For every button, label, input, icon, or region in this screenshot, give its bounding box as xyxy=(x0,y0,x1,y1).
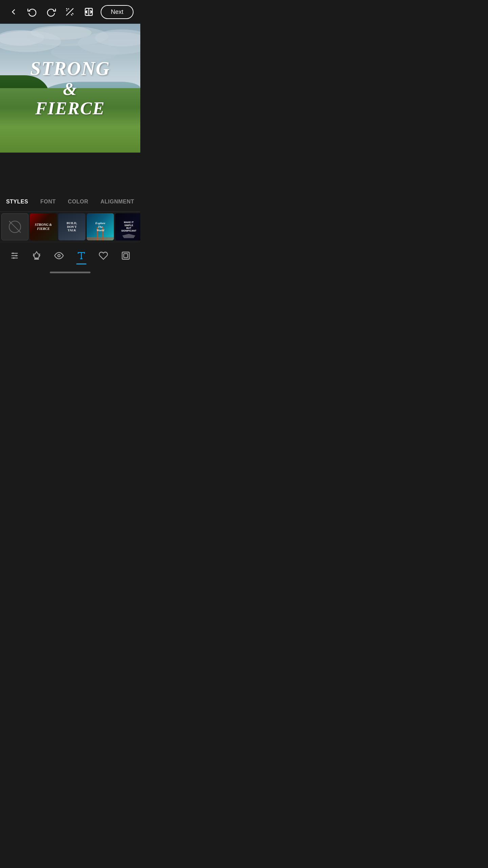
thumb-explore-world-label: ExploreTheWorld xyxy=(95,221,105,232)
visibility-tool[interactable] xyxy=(50,248,68,263)
none-icon xyxy=(9,221,21,233)
home-bar xyxy=(50,272,90,273)
svg-point-21 xyxy=(12,252,14,254)
sticker-tool[interactable] xyxy=(95,248,112,263)
style-thumb-explore-world[interactable]: ExploreTheWorld xyxy=(87,213,114,240)
style-thumb-none[interactable] xyxy=(1,213,28,240)
thumb-make-it-simple-label: MAKE ITSIMPLEBUTSIGNIFICANT xyxy=(121,221,137,233)
svg-point-25 xyxy=(58,254,60,257)
compare-button[interactable] xyxy=(82,5,96,19)
thumb-build-dont-talk-label: BUILD,DON'TTALK xyxy=(67,221,77,232)
style-thumbnails-row: STRONG &FIERCE BUILD,DON'TTALK ExploreTh… xyxy=(0,212,140,242)
frame-tool[interactable] xyxy=(117,248,135,263)
undo-button[interactable] xyxy=(25,5,39,19)
style-thumb-strong-fierce[interactable]: STRONG &FIERCE xyxy=(30,213,57,240)
tab-styles[interactable]: STYLES xyxy=(3,197,32,207)
svg-line-3 xyxy=(66,8,68,10)
text-tool[interactable] xyxy=(73,248,90,263)
image-canvas[interactable]: STRONG & FIERCE xyxy=(0,24,140,153)
style-thumb-build-dont-talk[interactable]: BUILD,DON'TTALK xyxy=(58,213,85,240)
boat-svg xyxy=(121,232,137,239)
image-overlay-text[interactable]: STRONG & FIERCE xyxy=(30,58,110,118)
next-button[interactable]: Next xyxy=(101,5,134,19)
overlay-line1: STRONG xyxy=(30,58,110,79)
top-toolbar: Next xyxy=(0,0,140,24)
magic-wand-button[interactable] xyxy=(63,5,77,19)
svg-point-22 xyxy=(15,255,17,256)
svg-rect-28 xyxy=(122,252,129,259)
svg-line-5 xyxy=(72,13,74,15)
home-indicator xyxy=(0,269,140,277)
spacer-area xyxy=(0,153,140,193)
stamp-tool[interactable] xyxy=(28,248,45,263)
bottom-toolbar xyxy=(0,242,140,269)
tab-color[interactable]: COLOR xyxy=(64,197,92,207)
svg-rect-29 xyxy=(124,254,128,258)
thumb-strong-fierce-label: STRONG &FIERCE xyxy=(35,223,52,231)
redo-button[interactable] xyxy=(44,5,58,19)
svg-point-11 xyxy=(30,25,92,40)
tab-alignment[interactable]: ALIGNMENT xyxy=(97,197,138,207)
svg-line-4 xyxy=(71,14,73,16)
svg-point-23 xyxy=(13,257,15,259)
svg-rect-24 xyxy=(34,258,39,260)
back-button[interactable] xyxy=(7,5,20,19)
overlay-line2: & FIERCE xyxy=(30,79,110,118)
adjust-tool[interactable] xyxy=(6,248,23,263)
style-thumb-make-it-simple[interactable]: MAKE ITSIMPLEBUTSIGNIFICANT xyxy=(115,213,140,240)
tab-font[interactable]: FONT xyxy=(37,197,59,207)
svg-rect-17 xyxy=(87,237,114,240)
tabs-bar: STYLES FONT COLOR ALIGNMENT xyxy=(0,193,140,212)
